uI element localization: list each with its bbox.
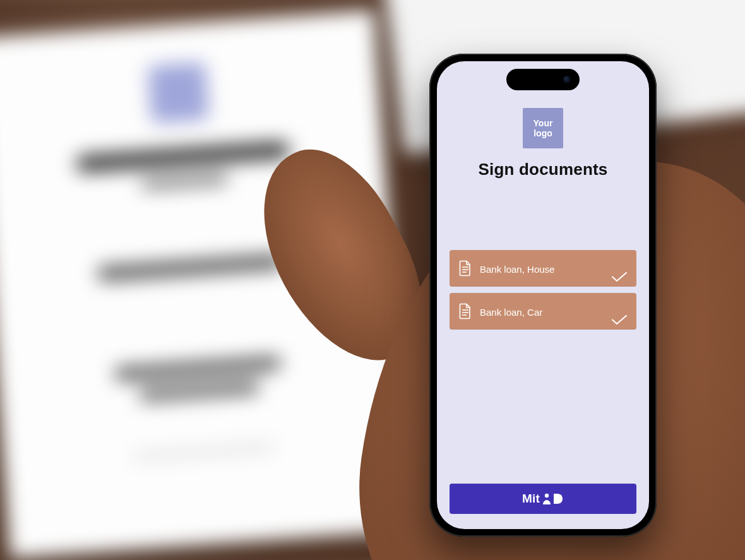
check-icon	[611, 314, 628, 326]
phone-notch	[506, 69, 580, 90]
mitid-sign-button[interactable]: Mit	[450, 484, 636, 514]
paper-heading-line	[76, 141, 290, 173]
document-label: Bank loan, House	[480, 263, 611, 275]
document-row[interactable]: Bank loan, Car	[450, 293, 636, 330]
mitid-button-text: Mit	[522, 492, 540, 506]
app-logo-tile: Your logo	[523, 108, 563, 148]
paper-logo	[148, 62, 209, 123]
paper-rule	[133, 446, 273, 458]
document-label: Bank loan, Car	[480, 306, 611, 318]
svg-point-0	[545, 494, 549, 497]
phone-frame: Your logo Sign documents Bank loan, Hous…	[429, 54, 657, 537]
app-logo-text: Your logo	[533, 118, 553, 138]
paper-body-line	[97, 254, 285, 282]
spacer	[450, 330, 636, 484]
phone-screen: Your logo Sign documents Bank loan, Hous…	[437, 61, 649, 529]
paper-subheading-line	[141, 173, 229, 190]
mitid-logo-icon	[542, 492, 564, 505]
paper-body-line	[114, 356, 282, 381]
page-title: Sign documents	[450, 160, 636, 179]
document-icon	[458, 303, 472, 319]
check-icon	[611, 271, 628, 283]
paper-body-line	[139, 380, 260, 402]
document-list: Bank loan, House Bank loan, Car	[450, 250, 636, 330]
document-icon	[458, 260, 472, 277]
document-row[interactable]: Bank loan, House	[450, 250, 636, 287]
